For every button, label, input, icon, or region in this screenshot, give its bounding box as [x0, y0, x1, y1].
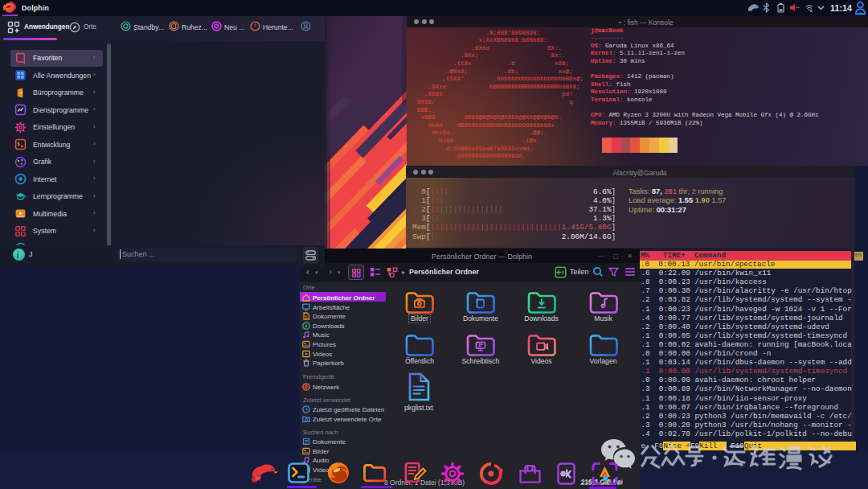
svg-text:a: a	[810, 8, 813, 13]
